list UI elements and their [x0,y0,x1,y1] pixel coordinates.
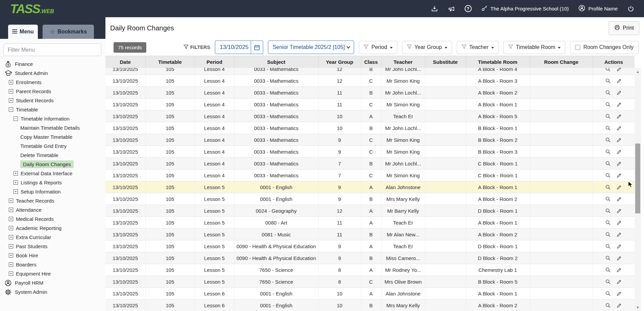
sidebar-item-payroll-hrm[interactable]: Payroll HRM [0,278,105,287]
column-header-substitute[interactable]: Substitute [425,56,466,68]
view-magnifier-icon[interactable] [605,243,611,249]
sidebar-item-setup-information[interactable]: +Setup Information [0,187,105,196]
sidebar-item-system-admin[interactable]: System Admin [0,287,105,296]
view-magnifier-icon[interactable] [605,102,611,107]
sidebar-item-book-hire[interactable]: +Book Hire [0,251,105,260]
sidebar-item-daily-room-changes[interactable]: Daily Room Changes [0,160,105,169]
edit-pencil-icon[interactable] [616,267,622,273]
expand-plus-icon[interactable]: + [9,98,13,103]
sidebar-item-teacher-records[interactable]: +Teacher Records [0,196,105,205]
view-magnifier-icon[interactable] [605,255,611,261]
expand-plus-icon[interactable]: + [9,271,13,276]
edit-pencil-icon[interactable] [616,208,622,214]
sidebar-item-external-data-interface[interactable]: +External Data Interface [0,169,105,178]
sidebar-item-past-students[interactable]: +Past Students [0,242,105,251]
menu-button[interactable]: Menu [8,25,38,39]
sidebar-item-student-records[interactable]: +Student Records [0,96,105,105]
sidebar-item-maintain-timetable-details[interactable]: Maintain Timetable Details [0,123,105,132]
filter-period-dropdown[interactable]: Period [359,41,397,54]
view-magnifier-icon[interactable] [605,78,611,84]
edit-pencil-icon[interactable] [616,68,622,72]
expand-plus-icon[interactable]: + [9,217,13,221]
expand-plus-icon[interactable]: + [9,208,13,212]
view-magnifier-icon[interactable] [605,173,611,178]
edit-pencil-icon[interactable] [616,232,622,237]
help-icon[interactable] [465,5,472,12]
view-magnifier-icon[interactable] [605,220,611,226]
column-header-class[interactable]: Class [361,56,381,68]
print-button[interactable]: Print [609,21,639,35]
view-magnifier-icon[interactable] [605,232,611,237]
expand-plus-icon[interactable]: + [9,80,13,84]
column-header-timetable[interactable]: Timetable [145,56,195,68]
download-icon[interactable] [431,5,438,12]
sidebar-item-equipment-hire[interactable]: +Equipment Hire [0,269,105,278]
expand-plus-icon[interactable]: + [14,171,18,176]
view-magnifier-icon[interactable] [605,68,611,72]
calendar-icon[interactable] [251,41,263,54]
column-header-subject[interactable]: Subject [234,56,318,68]
column-header-year-group[interactable]: Year Group [318,56,361,68]
expand-plus-icon[interactable]: + [9,235,13,239]
scrollbar-thumb[interactable] [635,144,640,213]
filter-year-group-dropdown[interactable]: Year Group [402,41,452,54]
sidebar-item-enrolments[interactable]: +Enrolments [0,78,105,87]
sidebar-item-academic-reporting[interactable]: +Academic Reporting [0,224,105,233]
sidebar-item-listings-reports[interactable]: +Listings & Reports [0,178,105,187]
view-magnifier-icon[interactable] [605,267,611,273]
sidebar-item-delete-timetable[interactable]: Delete Timetable [0,151,105,160]
edit-pencil-icon[interactable] [616,279,622,285]
edit-pencil-icon[interactable] [616,255,622,261]
edit-pencil-icon[interactable] [616,137,622,143]
edit-pencil-icon[interactable] [616,113,622,119]
expand-plus-icon[interactable]: + [9,226,13,230]
vertical-scrollbar[interactable]: ▲ ▼ [635,68,641,311]
bookmarks-button[interactable]: ☆ Bookmarks [43,25,94,39]
profile-menu[interactable]: Profile Name [578,4,618,13]
filter-menu-input[interactable] [3,44,101,56]
view-magnifier-icon[interactable] [605,149,611,155]
view-magnifier-icon[interactable] [605,303,611,308]
edit-pencil-icon[interactable] [616,184,622,190]
edit-pencil-icon[interactable] [616,243,622,249]
edit-pencil-icon[interactable] [616,291,622,296]
expand-plus-icon[interactable]: + [9,262,13,267]
date-filter-value[interactable]: 13/10/2025 [215,41,250,54]
column-header-date[interactable]: Date [105,56,145,68]
column-header-actions[interactable]: Actions [593,56,635,68]
view-magnifier-icon[interactable] [605,196,611,202]
filter-teacher-dropdown[interactable]: Teacher [457,41,499,54]
scroll-down-arrow[interactable]: ▼ [635,304,641,310]
sidebar-item-timetable-information[interactable]: −Timetable Information [0,114,105,123]
collapse-minus-icon[interactable]: − [14,116,18,121]
expand-plus-icon[interactable]: + [14,189,18,194]
sidebar-item-copy-master-timetable[interactable]: Copy Master Timetable [0,132,105,141]
edit-pencil-icon[interactable] [616,173,622,178]
expand-plus-icon[interactable]: + [9,244,13,249]
logout-power-icon[interactable] [627,5,635,12]
edit-pencil-icon[interactable] [616,196,622,202]
view-magnifier-icon[interactable] [605,113,611,119]
edit-pencil-icon[interactable] [616,125,622,131]
edit-pencil-icon[interactable] [616,90,622,96]
sidebar-item-finance[interactable]: $Finance [0,59,105,69]
sidebar-item-timetable-grid-entry[interactable]: Timetable Grid Entry [0,141,105,151]
view-magnifier-icon[interactable] [605,291,611,296]
sidebar-item-student-admin[interactable]: Student Admin [0,69,105,78]
view-magnifier-icon[interactable] [605,184,611,190]
view-magnifier-icon[interactable] [605,208,611,214]
view-magnifier-icon[interactable] [605,161,611,166]
sidebar-item-extra-curricular[interactable]: +Extra Curricular [0,233,105,242]
edit-pencil-icon[interactable] [616,102,622,107]
edit-pencil-icon[interactable] [616,161,622,166]
sidebar-item-attendance[interactable]: +Attendance [0,205,105,214]
column-header-room-change[interactable]: Room Change [530,56,593,68]
column-header-period[interactable]: Period [195,56,234,68]
expand-plus-icon[interactable]: + [14,180,18,185]
edit-pencil-icon[interactable] [616,220,622,226]
room-changes-only-toggle[interactable]: Room Changes Only [570,41,639,54]
school-switcher[interactable]: The Alpha Progressive School (10) [481,5,569,12]
scroll-up-arrow[interactable]: ▲ [635,69,641,75]
sidebar-item-timetable[interactable]: −Timetable [0,105,105,114]
edit-pencil-icon[interactable] [616,78,622,84]
